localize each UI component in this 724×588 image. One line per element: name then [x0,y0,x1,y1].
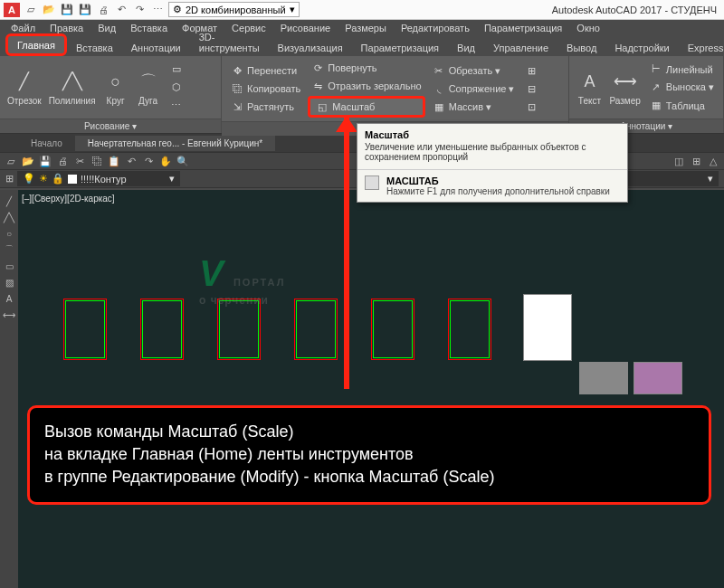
stretch-button[interactable]: ⇲Растянуть [227,99,304,115]
undo-icon[interactable]: ↶ [114,3,129,17]
new-icon[interactable]: ▱ [24,3,38,17]
dim-button[interactable]: ⟷Размер [607,67,642,108]
draw-extra1[interactable]: ▭ [167,62,186,78]
layer-prop-icon[interactable]: ⊞ [5,173,14,185]
st-circle-icon[interactable]: ○ [2,226,16,241]
polyline-button[interactable]: ╱╲Полилиния [47,67,98,108]
linear-icon: ⊢ [650,63,662,76]
st-pline-icon[interactable]: ╱╲ [2,210,16,224]
copy-button[interactable]: ⿻Копировать [227,81,304,97]
tab-home[interactable]: Главная [5,33,67,56]
menu-view[interactable]: Вид [90,21,123,35]
tab-param[interactable]: Параметризация [352,39,448,56]
st-text-icon[interactable]: A [2,291,16,306]
st-dim-icon[interactable]: ⟷ [2,308,16,322]
move-label: Перенести [247,65,297,76]
tab-start[interactable]: Начало [18,136,75,151]
menu-param[interactable]: Параметризация [477,21,569,35]
tb-r2-icon[interactable]: ⊞ [689,154,703,168]
text-button[interactable]: AТекст [575,67,604,108]
modify-ex2[interactable]: ⊟ [521,81,541,97]
tb-zoom-icon[interactable]: 🔍 [176,154,190,168]
circle-button[interactable]: ○Круг [101,67,130,108]
panel-draw-title[interactable]: Рисование ▾ [0,119,221,133]
circle-label: Круг [107,96,125,106]
circle-icon: ○ [103,69,129,94]
copy-label: Копировать [247,83,300,94]
modify-ex3[interactable]: ⊡ [521,99,541,115]
mirror-button[interactable]: ⇋Отразить зеркально [308,78,424,94]
arc-icon: ⌒ [136,69,161,94]
viewport-label[interactable]: [–][Сверху][2D-каркас] [22,194,115,204]
chevron-down-icon: ▾ [290,4,295,15]
leader-icon: ↗ [650,81,662,94]
tb-pan-icon[interactable]: ✋ [158,154,173,168]
st-arc-icon[interactable]: ⌒ [2,242,16,257]
tb-undo-icon[interactable]: ↶ [124,154,138,168]
plot-icon[interactable]: 🖨 [96,3,110,17]
annotation-arrow [344,118,349,389]
chevron-down-icon: ▾ [169,173,175,185]
st-line-icon[interactable]: ╱ [2,194,16,208]
tooltip: Масштаб Увеличение или уменьшение выбран… [357,123,628,203]
tab-view[interactable]: Вид [448,39,484,56]
menu-draw[interactable]: Рисование [273,21,338,35]
tb-new-icon[interactable]: ▱ [4,154,18,168]
array-button[interactable]: ▦Массив ▾ [429,99,519,115]
dim-label: Размер [609,96,640,106]
drawing-rect [296,300,336,358]
tab-visual[interactable]: Визуализация [269,39,352,56]
saveas-icon[interactable]: 💾 [78,3,92,17]
trim-button[interactable]: ✂Обрезать ▾ [429,62,519,79]
drawing-rect [373,300,413,358]
menu-dim[interactable]: Размеры [338,21,394,35]
open-icon[interactable]: 📂 [42,3,56,17]
tb-redo-icon[interactable]: ↷ [141,154,156,168]
draw-extra3[interactable]: ⋯ [167,98,186,114]
st-hatch-icon[interactable]: ▨ [2,275,16,289]
tab-output[interactable]: Вывод [557,39,605,56]
rotate-label: Повернуть [328,62,376,73]
fillet-button[interactable]: ◟Сопряжение ▾ [429,81,519,97]
tab-express[interactable]: Express [679,39,724,56]
tb-open-icon[interactable]: 📂 [21,154,35,168]
save-icon[interactable]: 💾 [60,3,74,17]
tb-r1-icon[interactable]: ◫ [672,154,686,168]
table-button[interactable]: ▦Таблица [646,98,718,114]
menu-window[interactable]: Окно [569,21,607,35]
move-button[interactable]: ✥Перенести [227,62,304,79]
tab-3dtools[interactable]: 3D-инструменты [190,28,269,56]
tab-annot[interactable]: Аннотации [122,39,190,56]
modify-ex1[interactable]: ⊞ [521,62,541,79]
tb-copy-icon[interactable]: ⿻ [90,154,104,168]
layer-selector[interactable]: 💡 ☀ 🔒 !!!!!Контур ▾ [17,171,180,186]
tb-print-icon[interactable]: 🖨 [55,154,70,168]
annotation-callout: Вызов команды Масштаб (Scale) на вкладке… [27,405,711,505]
polyline-icon: ╱╲ [60,69,85,94]
tab-manage[interactable]: Управление [484,39,557,56]
arc-button[interactable]: ⌒Дуга [134,67,163,108]
draw-extra2[interactable]: ⬡ [167,80,186,96]
sun-icon: ☀ [39,173,48,185]
tab-insert[interactable]: Вставка [67,39,122,56]
tb-cut-icon[interactable]: ✂ [72,154,87,168]
app-menu-icon[interactable]: A [4,3,20,17]
rotate-icon: ⟳ [311,62,324,74]
command-icon [365,175,379,190]
tab-document[interactable]: Начертательная гео... - Евгений Курицин* [75,136,275,151]
tb-paste-icon[interactable]: 📋 [107,154,121,168]
st-rect-icon[interactable]: ▭ [2,259,16,273]
workspace-selector[interactable]: ⚙ 2D комбинированный ▾ [168,2,300,17]
tab-addins[interactable]: Надстройки [605,39,678,56]
leader-button[interactable]: ↗Выноска ▾ [646,80,718,96]
menu-modify[interactable]: Редактировать [394,21,477,35]
redo-icon[interactable]: ↷ [132,3,147,17]
qat-more-icon[interactable]: ⋯ [150,3,165,17]
menu-insert[interactable]: Вставка [123,21,175,35]
tb-r3-icon[interactable]: △ [706,154,720,168]
scale-button[interactable]: ◱Масштаб [308,96,424,118]
tb-save-icon[interactable]: 💾 [38,154,52,168]
linear-button[interactable]: ⊢Линейный [646,62,718,78]
rotate-button[interactable]: ⟳Повернуть [308,60,424,76]
line-button[interactable]: ╱Отрезок [5,67,43,108]
